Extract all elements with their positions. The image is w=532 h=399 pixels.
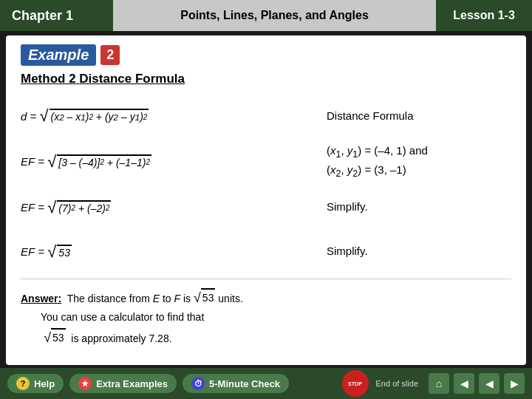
- help-button[interactable]: ? Help: [7, 374, 64, 393]
- prev-button[interactable]: ◀: [479, 373, 499, 394]
- formula-row-3: EF = √ (7)2 + (–2)2 Simplify.: [21, 190, 511, 225]
- prev-icon: ◀: [485, 378, 494, 389]
- example-word: Example: [21, 44, 96, 66]
- math-formula-4: EF = √ 53: [21, 244, 72, 260]
- next-icon: ▶: [511, 378, 519, 389]
- lesson-label: Lesson 1-3: [436, 0, 532, 31]
- extra-examples-button[interactable]: ★ Extra Examples: [69, 374, 177, 393]
- header: Chapter 1 Points, Lines, Planes, and Ang…: [0, 0, 532, 31]
- lesson-title: Points, Lines, Planes, and Angles: [113, 0, 436, 31]
- bottom-bar: ? Help ★ Extra Examples ⏱ 5-Minute Check…: [0, 368, 532, 399]
- formula-annotation-3: Simplify.: [319, 199, 511, 216]
- bottom-right-controls: STOP End of slide ⌂ ◀ ◀ ▶: [342, 370, 525, 397]
- formula-left-1: d = √ (x2 – x1)2 + (y2 – y1)2: [21, 108, 319, 124]
- answer-label: Answer:: [21, 293, 61, 304]
- next-button[interactable]: ▶: [504, 373, 525, 394]
- formula-annotation-4: Simplify.: [319, 243, 511, 260]
- check-label: 5-Minute Check: [209, 378, 280, 389]
- divider: [21, 279, 511, 279]
- five-minute-check-button[interactable]: ⏱ 5-Minute Check: [183, 374, 289, 393]
- formula-annotation-1: Distance Formula: [319, 108, 511, 125]
- help-label: Help: [34, 378, 55, 389]
- clock-icon: ⏱: [191, 377, 205, 390]
- end-of-slide-text: End of slide: [376, 379, 418, 388]
- chapter-text: Chapter 1: [12, 8, 73, 24]
- annotation-text-2: (x1, y1) = (–4, 1) and (x2, y2) = (3, –1…: [327, 144, 428, 176]
- formula-annotation-2: (x1, y1) = (–4, 1) and (x2, y2) = (3, –1…: [319, 143, 511, 181]
- stop-badge: STOP: [342, 370, 369, 397]
- formula-row-2: EF = √ [3 – (–4)]2 + (–1–1)2 (x1, y1) = …: [21, 143, 511, 181]
- title-text: Points, Lines, Planes, and Angles: [180, 9, 369, 22]
- annotation-text-1: Distance Formula: [327, 109, 414, 122]
- math-formula-3: EF = √ (7)2 + (–2)2: [21, 200, 111, 216]
- answer-section: Answer: The distance from E to F is √ 53…: [21, 287, 511, 349]
- extra-icon: ★: [78, 377, 92, 390]
- math-formula-2: EF = √ [3 – (–4)]2 + (–1–1)2: [21, 154, 151, 170]
- annotation-text-3: Simplify.: [327, 200, 368, 213]
- method-name-text: Distance Formula: [79, 72, 185, 86]
- formula-row-4: EF = √ 53 Simplify.: [21, 234, 511, 270]
- example-badge: Example 2: [21, 44, 120, 66]
- lesson-text: Lesson 1-3: [453, 9, 515, 22]
- stop-text: STOP: [348, 381, 362, 386]
- formula-left-4: EF = √ 53: [21, 244, 319, 260]
- extra-label: Extra Examples: [96, 378, 168, 389]
- math-formula-1: d = √ (x2 – x1)2 + (y2 – y1)2: [21, 108, 149, 124]
- answer-text-2: You can use a calculator to find that: [21, 311, 204, 323]
- annotation-text-4: Simplify.: [327, 245, 368, 257]
- back-icon: ◀: [460, 378, 468, 389]
- answer-text-3: √ 53 is approximately 7.28.: [21, 332, 172, 344]
- formula-left-3: EF = √ (7)2 + (–2)2: [21, 200, 319, 216]
- home-button[interactable]: ⌂: [429, 373, 449, 394]
- method-title: Method 2 Distance Formula: [21, 72, 511, 86]
- method-label-text: Method 2: [21, 72, 76, 86]
- example-number: 2: [100, 45, 120, 65]
- formula-row-1: d = √ (x2 – x1)2 + (y2 – y1)2 Distance F…: [21, 98, 511, 134]
- formula-left-2: EF = √ [3 – (–4)]2 + (–1–1)2: [21, 154, 319, 170]
- help-icon: ?: [16, 377, 30, 390]
- home-icon: ⌂: [436, 378, 442, 389]
- answer-text: The distance from E to F is √ 53 units.: [64, 293, 243, 304]
- chapter-label: Chapter 1: [0, 0, 113, 31]
- back-button[interactable]: ◀: [454, 373, 474, 394]
- main-content: Example 2 Method 2 Distance Formula d = …: [6, 35, 526, 365]
